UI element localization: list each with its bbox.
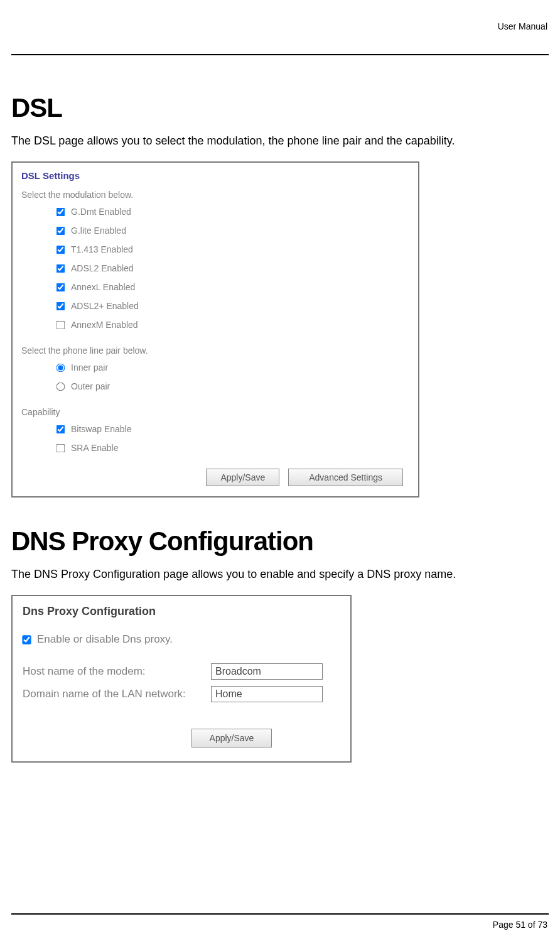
option-label: SRA Enable [71, 441, 119, 455]
dsl-heading: DSL [11, 93, 549, 123]
dns-apply-save-button[interactable]: Apply/Save [191, 729, 272, 748]
checkbox-row: SRA Enable [21, 438, 409, 457]
checkbox-5[interactable] [57, 302, 65, 310]
dns-heading: DNS Proxy Configuration [11, 526, 549, 557]
apply-save-button[interactable]: Apply/Save [206, 469, 279, 486]
linepair-group-label: Select the phone line pair below. [21, 345, 409, 356]
option-label: ADSL2+ Enabled [71, 299, 139, 313]
dns-intro: The DNS Proxy Configuration page allows … [11, 568, 549, 581]
header-rule [11, 54, 549, 55]
doc-title: User Manual [498, 21, 547, 31]
modulation-group-label: Select the modulation below. [21, 190, 409, 200]
dsl-settings-panel: DSL Settings Select the modulation below… [11, 161, 419, 497]
option-label: G.Dmt Enabled [71, 205, 131, 219]
option-label: Outer pair [71, 379, 110, 393]
host-name-label: Host name of the modem: [23, 665, 211, 678]
option-label: AnnexM Enabled [71, 318, 138, 332]
host-name-input[interactable] [211, 663, 323, 680]
checkbox-row: G.lite Enabled [21, 221, 409, 240]
checkbox-row: G.Dmt Enabled [21, 202, 409, 221]
option-label: T1.413 Enabled [71, 242, 133, 256]
dsl-intro: The DSL page allows you to select the mo… [11, 134, 549, 148]
checkbox-1[interactable] [57, 443, 65, 452]
checkbox-3[interactable] [57, 264, 65, 273]
domain-name-input[interactable] [211, 686, 323, 702]
option-label: ADSL2 Enabled [71, 261, 134, 275]
checkbox-row: AnnexL Enabled [21, 278, 409, 296]
checkbox-row: T1.413 Enabled [21, 240, 409, 259]
dns-enable-checkbox[interactable] [22, 635, 31, 644]
advanced-settings-button[interactable]: Advanced Settings [288, 469, 403, 486]
radio-0[interactable] [57, 363, 65, 372]
page-number: Page 51 of 73 [493, 920, 547, 930]
dns-enable-label: Enable or disable Dns proxy. [37, 633, 173, 646]
checkbox-4[interactable] [57, 283, 65, 291]
checkbox-row: Bitswap Enable [21, 420, 409, 438]
checkbox-2[interactable] [57, 245, 65, 254]
checkbox-row: AnnexM Enabled [21, 315, 409, 334]
option-label: Inner pair [71, 361, 108, 374]
radio-row: Outer pair [21, 377, 409, 396]
checkbox-0[interactable] [57, 207, 65, 216]
option-label: G.lite Enabled [71, 224, 126, 237]
checkbox-row: ADSL2+ Enabled [21, 296, 409, 315]
checkbox-row: ADSL2 Enabled [21, 259, 409, 278]
checkbox-1[interactable] [57, 226, 65, 235]
radio-row: Inner pair [21, 358, 409, 377]
dsl-panel-title: DSL Settings [21, 170, 409, 181]
checkbox-6[interactable] [57, 320, 65, 329]
domain-name-label: Domain name of the LAN network: [23, 688, 211, 700]
dns-panel-title: Dns Proxy Configuration [23, 605, 340, 618]
option-label: Bitswap Enable [71, 422, 132, 436]
radio-1[interactable] [57, 382, 65, 391]
capability-group-label: Capability [21, 407, 409, 417]
dns-proxy-panel: Dns Proxy Configuration Enable or disabl… [11, 595, 352, 763]
checkbox-0[interactable] [57, 425, 65, 433]
option-label: AnnexL Enabled [71, 280, 135, 294]
